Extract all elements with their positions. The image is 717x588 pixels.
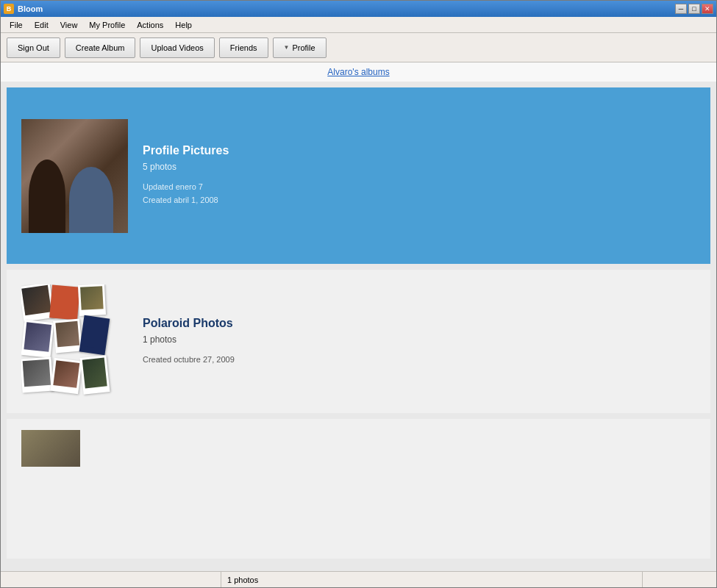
album-created: Created abril 1, 2008 [143, 194, 696, 207]
album-updated: Updated enero 7 [143, 181, 696, 194]
album-thumbnail [21, 284, 128, 398]
album-title: Polaroid Photos [143, 317, 696, 330]
profile-label: Profile [292, 43, 315, 52]
friends-button[interactable]: Friends [219, 37, 268, 58]
title-bar: B Bloom ─ □ ✕ [1, 1, 716, 17]
menu-edit[interactable]: Edit [29, 19, 54, 31]
album-title: Profile Pictures [143, 144, 696, 157]
upload-videos-button[interactable]: Upload Videos [140, 37, 214, 58]
app-window: B Bloom ─ □ ✕ File Edit View My Profile … [0, 0, 717, 588]
status-right [643, 572, 716, 587]
close-button[interactable]: ✕ [702, 4, 713, 14]
scroll-wrapper: Profile Pictures 5 photos Updated enero … [1, 82, 716, 571]
album-info: Profile Pictures 5 photos Updated enero … [143, 144, 696, 207]
status-bar: 1 photos [1, 571, 716, 587]
menu-bar: File Edit View My Profile Actions Help [1, 17, 716, 33]
profile-dropdown-arrow: ▼ [284, 44, 290, 51]
albums-list: Profile Pictures 5 photos Updated enero … [1, 82, 716, 571]
album-photo-count: 5 photos [143, 162, 696, 172]
album-thumbnail [21, 119, 128, 233]
album-info: Polaroid Photos 1 photos Created octubre… [143, 317, 696, 367]
polaroid-collage [21, 284, 117, 398]
album-meta: Created octubre 27, 2009 [143, 354, 696, 367]
window-controls: ─ □ ✕ [675, 4, 713, 14]
albums-heading: Alvaro's albums [1, 62, 716, 82]
menu-help[interactable]: Help [169, 19, 198, 31]
minimize-button[interactable]: ─ [675, 4, 687, 14]
status-left [1, 572, 221, 587]
create-album-button[interactable]: Create Album [65, 37, 136, 58]
title-bar-left: B Bloom [4, 4, 43, 14]
album-photo-count: 1 photos [143, 334, 696, 345]
status-center: 1 photos [221, 572, 643, 587]
album-card[interactable] [7, 419, 710, 559]
menu-view[interactable]: View [54, 19, 84, 31]
album-thumbnail [21, 430, 128, 544]
album-created: Created octubre 27, 2009 [143, 354, 696, 367]
app-icon: B [4, 4, 14, 14]
window-title: Bloom [18, 4, 43, 13]
maximize-button[interactable]: □ [688, 4, 700, 14]
album-thumb-strip [21, 430, 80, 467]
menu-my-profile[interactable]: My Profile [83, 19, 131, 31]
toolbar: Sign Out Create Album Upload Videos Frie… [1, 33, 716, 62]
menu-actions[interactable]: Actions [131, 19, 169, 31]
menu-file[interactable]: File [4, 19, 29, 31]
profile-button[interactable]: ▼ Profile [273, 37, 327, 58]
album-meta: Updated enero 7 Created abril 1, 2008 [143, 181, 696, 207]
album-card[interactable]: Profile Pictures 5 photos Updated enero … [7, 87, 710, 264]
sign-out-button[interactable]: Sign Out [7, 37, 60, 58]
album-card[interactable]: Polaroid Photos 1 photos Created octubre… [7, 270, 710, 413]
